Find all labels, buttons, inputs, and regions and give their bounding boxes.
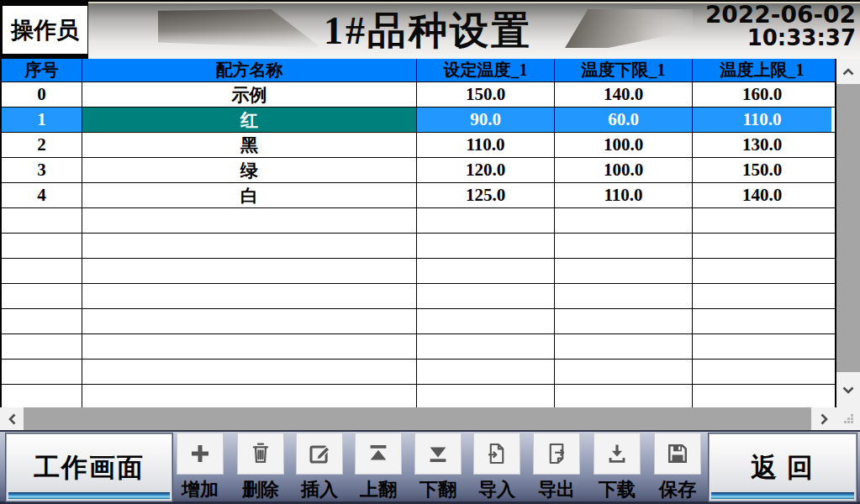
- cell-empty[interactable]: [693, 334, 831, 359]
- cell-temp-low[interactable]: 140.0: [555, 82, 693, 107]
- cell-empty[interactable]: [82, 259, 417, 283]
- scroll-up-button[interactable]: [836, 59, 860, 84]
- table-row[interactable]: 0示例150.0140.0160.0: [2, 82, 835, 108]
- cell-empty[interactable]: [82, 385, 417, 407]
- tool-button-face[interactable]: [533, 433, 580, 475]
- tool-button-face[interactable]: [473, 433, 520, 475]
- work-screen-button[interactable]: 工作画面: [6, 433, 172, 501]
- table-row-empty[interactable]: [2, 234, 835, 259]
- cell-empty[interactable]: [417, 334, 555, 359]
- horizontal-scrollbar[interactable]: [0, 407, 860, 430]
- vertical-scrollbar[interactable]: [836, 59, 860, 407]
- cell-empty[interactable]: [2, 309, 82, 333]
- table-row-empty[interactable]: [2, 259, 835, 284]
- cell-empty[interactable]: [82, 284, 417, 308]
- cell-empty[interactable]: [555, 259, 693, 283]
- cell-empty[interactable]: [555, 334, 693, 359]
- cell-empty[interactable]: [2, 385, 82, 407]
- cell-temp-low[interactable]: 110.0: [555, 183, 693, 207]
- cell-recipe-name[interactable]: 示例: [82, 82, 417, 107]
- tool-button-face[interactable]: [594, 433, 641, 475]
- cell-recipe-name[interactable]: 白: [82, 183, 417, 207]
- cell-empty[interactable]: [555, 284, 693, 308]
- table-row-empty[interactable]: [2, 208, 835, 234]
- cell-set-temp[interactable]: 150.0: [417, 82, 555, 107]
- cell-empty[interactable]: [555, 208, 693, 233]
- cell-set-temp[interactable]: 90.0: [417, 108, 555, 132]
- cell-empty[interactable]: [693, 385, 831, 407]
- cell-empty[interactable]: [82, 360, 417, 384]
- cell-empty[interactable]: [82, 334, 417, 359]
- cell-temp-high[interactable]: 150.0: [693, 158, 831, 182]
- scroll-down-button[interactable]: [836, 372, 860, 407]
- scroll-left-button[interactable]: [0, 407, 24, 430]
- cell-recipe-name[interactable]: 红: [82, 108, 417, 132]
- cell-index[interactable]: 2: [2, 133, 82, 157]
- cell-set-temp[interactable]: 125.0: [417, 183, 555, 207]
- cell-empty[interactable]: [82, 234, 417, 258]
- tool-button-import[interactable]: 导入: [473, 433, 520, 502]
- cell-recipe-name[interactable]: 绿: [82, 158, 417, 182]
- table-row-empty[interactable]: [2, 360, 835, 385]
- cell-index[interactable]: 4: [2, 183, 82, 207]
- cell-temp-high[interactable]: 140.0: [693, 183, 831, 207]
- horizontal-scroll-thumb[interactable]: [24, 407, 811, 430]
- cell-empty[interactable]: [555, 385, 693, 407]
- table-row-empty[interactable]: [2, 309, 835, 334]
- tool-button-trash[interactable]: 删除: [237, 433, 284, 502]
- tool-button-page-down[interactable]: 下翻: [414, 433, 462, 502]
- cell-empty[interactable]: [555, 234, 693, 258]
- tool-button-page-up[interactable]: 上翻: [355, 433, 402, 502]
- tool-button-face[interactable]: [296, 433, 343, 475]
- cell-empty[interactable]: [417, 309, 555, 333]
- tool-button-insert[interactable]: 插入: [296, 433, 343, 502]
- cell-empty[interactable]: [2, 259, 82, 283]
- tool-button-face[interactable]: [654, 433, 701, 475]
- cell-index[interactable]: 0: [2, 82, 82, 107]
- cell-index[interactable]: 1: [2, 108, 82, 132]
- cell-empty[interactable]: [82, 208, 417, 233]
- cell-temp-low[interactable]: 100.0: [555, 158, 693, 182]
- table-row-empty[interactable]: [2, 334, 835, 360]
- cell-empty[interactable]: [417, 385, 555, 407]
- cell-index[interactable]: 3: [2, 158, 82, 182]
- vertical-scroll-thumb[interactable]: [836, 84, 860, 372]
- table-row-empty[interactable]: [2, 284, 835, 309]
- cell-empty[interactable]: [417, 360, 555, 384]
- table-row[interactable]: 2黑110.0100.0130.0: [2, 133, 835, 158]
- cell-temp-low[interactable]: 100.0: [555, 133, 693, 157]
- cell-recipe-name[interactable]: 黑: [82, 133, 417, 157]
- cell-empty[interactable]: [2, 208, 82, 233]
- tool-button-export[interactable]: 导出: [533, 433, 580, 502]
- cell-temp-high[interactable]: 160.0: [693, 82, 831, 107]
- cell-empty[interactable]: [555, 309, 693, 333]
- cell-empty[interactable]: [417, 259, 555, 283]
- cell-empty[interactable]: [417, 234, 555, 258]
- tool-button-face[interactable]: [177, 433, 224, 475]
- tool-button-save[interactable]: 保存: [654, 433, 701, 502]
- cell-empty[interactable]: [2, 334, 82, 359]
- cell-temp-high[interactable]: 110.0: [693, 108, 831, 132]
- table-row[interactable]: 4白125.0110.0140.0: [2, 183, 835, 208]
- cell-empty[interactable]: [693, 234, 831, 258]
- tool-button-plus[interactable]: 增加: [177, 433, 224, 502]
- table-row-empty[interactable]: [2, 385, 835, 407]
- cell-empty[interactable]: [2, 234, 82, 258]
- cell-empty[interactable]: [417, 284, 555, 308]
- cell-set-temp[interactable]: 110.0: [417, 133, 555, 157]
- cell-empty[interactable]: [693, 284, 831, 308]
- cell-empty[interactable]: [693, 309, 831, 333]
- cell-set-temp[interactable]: 120.0: [417, 158, 555, 182]
- cell-empty[interactable]: [693, 360, 831, 384]
- tool-button-download[interactable]: 下载: [594, 433, 641, 502]
- tool-button-face[interactable]: [237, 433, 284, 475]
- cell-empty[interactable]: [693, 208, 831, 233]
- tool-button-face[interactable]: [355, 433, 402, 475]
- cell-temp-high[interactable]: 130.0: [693, 133, 831, 157]
- back-button[interactable]: 返 回: [709, 433, 857, 501]
- cell-empty[interactable]: [417, 208, 555, 233]
- cell-temp-low[interactable]: 60.0: [555, 108, 693, 132]
- table-row[interactable]: 3绿120.0100.0150.0: [2, 158, 835, 183]
- table-row[interactable]: 1红90.060.0110.0: [2, 108, 835, 133]
- cell-empty[interactable]: [693, 259, 831, 283]
